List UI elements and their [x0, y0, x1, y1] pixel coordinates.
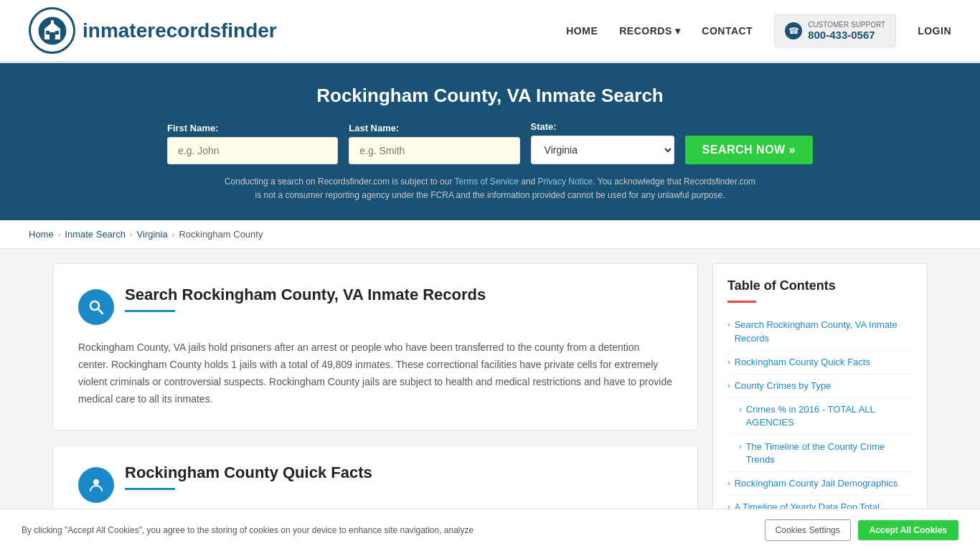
- tos-link[interactable]: Terms of Service: [455, 176, 519, 187]
- logo-area: inmaterecordsfinder: [29, 7, 277, 54]
- last-name-label: Last Name:: [349, 123, 519, 133]
- toc-divider: [727, 301, 756, 303]
- toc-link-2[interactable]: Rockingham County Quick Facts: [735, 356, 870, 369]
- toc-list: › Search Rockingham County, VA Inmate Re…: [727, 314, 913, 519]
- section-header: Search Rockingham County, VA Inmate Reco…: [78, 286, 672, 325]
- first-name-group: First Name:: [167, 123, 338, 164]
- logo-text: inmaterecordsfinder: [83, 19, 277, 42]
- support-label: CUSTOMER SUPPORT: [808, 21, 885, 29]
- sidebar: Table of Contents › Search Rockingham Co…: [712, 263, 928, 534]
- toc-chevron-2: ›: [727, 357, 730, 366]
- toc-chevron-1: ›: [727, 320, 730, 329]
- last-name-input[interactable]: [349, 137, 519, 164]
- logo-text-bold: finder: [221, 19, 277, 42]
- title-underline: [125, 310, 175, 312]
- section-title-block: Search Rockingham County, VA Inmate Reco…: [125, 286, 486, 312]
- inmate-records-card: Search Rockingham County, VA Inmate Reco…: [52, 263, 698, 430]
- breadcrumb-sep-1: ›: [58, 230, 61, 239]
- svg-rect-5: [46, 31, 50, 34]
- breadcrumb: Home › Inmate Search › Virginia › Rockin…: [0, 220, 980, 249]
- support-info: CUSTOMER SUPPORT 800-433-0567: [808, 21, 885, 41]
- toc-item-5[interactable]: › The Timeline of the County Crime Trend…: [727, 435, 913, 472]
- phone-icon: ☎: [785, 22, 802, 39]
- last-name-group: Last Name:: [349, 123, 519, 164]
- site-header: inmaterecordsfinder HOME RECORDS ▾ CONTA…: [0, 0, 980, 63]
- svg-rect-7: [51, 20, 53, 23]
- support-box[interactable]: ☎ CUSTOMER SUPPORT 800-433-0567: [774, 14, 896, 47]
- cookie-text: By clicking "Accept All Cookies", you ag…: [22, 525, 750, 535]
- toc-link-1[interactable]: Search Rockingham County, VA Inmate Reco…: [735, 319, 913, 344]
- search-button[interactable]: SEARCH NOW »: [685, 136, 813, 164]
- state-group: State: Virginia: [531, 121, 674, 164]
- toc-item-6[interactable]: › Rockingham County Jail Demographics: [727, 472, 913, 496]
- toc-card: Table of Contents › Search Rockingham Co…: [712, 263, 928, 534]
- breadcrumb-sep-2: ›: [130, 230, 133, 239]
- content-area: Search Rockingham County, VA Inmate Reco…: [52, 263, 698, 534]
- nav-login[interactable]: LOGIN: [918, 25, 951, 37]
- toc-title: Table of Contents: [727, 278, 913, 293]
- cookie-actions: Cookies Settings Accept All Cookies: [765, 519, 958, 541]
- section-body: Rockingham County, VA jails hold prisone…: [78, 339, 672, 408]
- state-label: State:: [531, 121, 674, 132]
- quick-facts-underline: [125, 488, 175, 490]
- support-phone: 800-433-0567: [808, 29, 885, 41]
- main-content: Search Rockingham County, VA Inmate Reco…: [24, 249, 956, 548]
- toc-chevron-6: ›: [727, 479, 730, 487]
- toc-chevron-3: ›: [727, 381, 730, 390]
- toc-item-1[interactable]: › Search Rockingham County, VA Inmate Re…: [727, 314, 913, 350]
- state-select[interactable]: Virginia: [531, 136, 674, 164]
- toc-link-3[interactable]: County Crimes by Type: [735, 380, 831, 392]
- svg-rect-4: [50, 32, 55, 39]
- toc-link-6[interactable]: Rockingham County Jail Demographics: [735, 477, 898, 490]
- toc-link-4[interactable]: Crimes % in 2016 - TOTAL ALL AGENCIES: [746, 403, 913, 429]
- breadcrumb-current: Rockingham County: [179, 229, 263, 240]
- quick-facts-title-block: Rockingham County Quick Facts: [125, 463, 372, 490]
- breadcrumb-sep-3: ›: [172, 230, 175, 239]
- section-title: Search Rockingham County, VA Inmate Reco…: [125, 286, 486, 304]
- cookie-banner: By clicking "Accept All Cookies", you ag…: [0, 509, 980, 548]
- breadcrumb-virginia[interactable]: Virginia: [137, 229, 168, 240]
- quick-facts-header: Rockingham County Quick Facts: [78, 463, 672, 503]
- toc-link-5[interactable]: The Timeline of the County Crime Trends: [746, 441, 913, 466]
- svg-point-10: [93, 479, 99, 485]
- search-form: First Name: Last Name: State: Virginia S…: [167, 121, 813, 164]
- nav-contact[interactable]: CONTACT: [702, 25, 753, 37]
- disclaimer-text: Conducting a search on Recordsfinder.com…: [221, 175, 759, 202]
- svg-line-9: [98, 309, 103, 314]
- toc-item-2[interactable]: › Rockingham County Quick Facts: [727, 351, 913, 375]
- logo-icon[interactable]: [29, 7, 75, 54]
- quick-facts-icon: [78, 467, 114, 503]
- quick-facts-title: Rockingham County Quick Facts: [125, 463, 372, 482]
- toc-chevron-5: ›: [739, 442, 742, 451]
- breadcrumb-inmate-search[interactable]: Inmate Search: [65, 229, 126, 240]
- hero-title: Rockingham County, VA Inmate Search: [29, 85, 951, 107]
- hero-section: Rockingham County, VA Inmate Search Firs…: [0, 63, 980, 220]
- breadcrumb-home[interactable]: Home: [29, 229, 54, 240]
- nav-home[interactable]: HOME: [566, 25, 598, 37]
- cookie-settings-button[interactable]: Cookies Settings: [765, 519, 851, 541]
- first-name-label: First Name:: [167, 123, 338, 133]
- chevron-down-icon: ▾: [675, 25, 681, 37]
- logo-text-regular: inmaterecords: [83, 19, 221, 42]
- search-icon: [78, 289, 114, 325]
- cookie-accept-button[interactable]: Accept All Cookies: [858, 520, 958, 540]
- svg-rect-6: [55, 31, 59, 34]
- nav-records[interactable]: RECORDS ▾: [619, 25, 680, 37]
- toc-chevron-4: ›: [739, 405, 742, 413]
- toc-item-4[interactable]: › Crimes % in 2016 - TOTAL ALL AGENCIES: [727, 398, 913, 435]
- first-name-input[interactable]: [167, 137, 338, 164]
- nav-area: HOME RECORDS ▾ CONTACT ☎ CUSTOMER SUPPOR…: [566, 14, 951, 47]
- privacy-link[interactable]: Privacy Notice: [538, 176, 593, 187]
- toc-item-3[interactable]: › County Crimes by Type: [727, 375, 913, 398]
